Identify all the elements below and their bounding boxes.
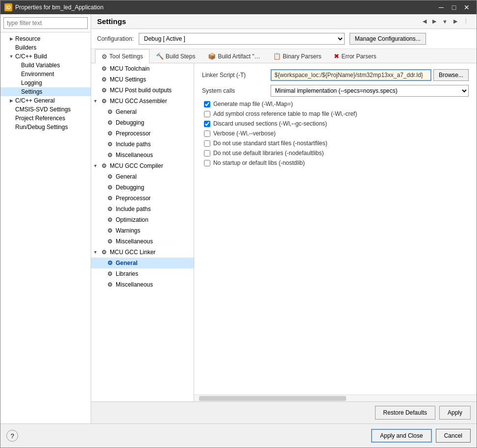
split-content: ⚙ MCU Toolchain ⚙ MCU Settings ⚙ MCU Pos… bbox=[91, 63, 477, 401]
tp-compiler-misc[interactable]: ⚙ Miscellaneous bbox=[91, 236, 194, 247]
menu-button[interactable]: ⋮ bbox=[461, 17, 471, 26]
tp-compiler-warnings[interactable]: ⚙ Warnings bbox=[91, 225, 194, 236]
sidebar-item-build-variables[interactable]: Build Variables bbox=[0, 61, 91, 70]
checkbox-no-startup-libs: No startup or default libs (-nostdlib) bbox=[202, 159, 469, 166]
sidebar-label-cpp-general: C/C++ General bbox=[15, 97, 55, 104]
tp-compiler-preprocessor[interactable]: ⚙ Preprocessor bbox=[91, 193, 194, 204]
build-artifact-icon: 📦 bbox=[208, 53, 216, 60]
tp-compiler-debugging[interactable]: ⚙ Debugging bbox=[91, 182, 194, 193]
tp-assembler-debugging[interactable]: ⚙ Debugging bbox=[91, 117, 194, 128]
tp-mcu-gcc-linker[interactable]: ▼ ⚙ MCU GCC Linker bbox=[91, 247, 194, 258]
sidebar-item-cpp-build[interactable]: ▼ C/C++ Build bbox=[0, 52, 91, 61]
browse-button[interactable]: Browse... bbox=[433, 69, 469, 81]
system-calls-label: System calls bbox=[202, 87, 271, 94]
back-button[interactable]: ◀ bbox=[421, 17, 428, 26]
tp-assembler-preprocessor[interactable]: ⚙ Preprocessor bbox=[91, 128, 194, 139]
tab-build-steps[interactable]: 🔨 Build Steps bbox=[150, 49, 202, 63]
tp-compiler-include[interactable]: ⚙ Include paths bbox=[91, 204, 194, 214]
expand-icon-builders bbox=[8, 45, 14, 51]
tp-linker-general[interactable]: ⚙ General bbox=[91, 258, 194, 268]
tp-label-mcu-gcc-compiler: MCU GCC Compiler bbox=[110, 162, 163, 169]
maximize-button[interactable]: □ bbox=[448, 2, 460, 12]
forward-button[interactable]: ▶ bbox=[430, 17, 438, 26]
tab-build-steps-label: Build Steps bbox=[166, 53, 196, 60]
tab-tool-settings[interactable]: ⚙ Tool Settings bbox=[95, 49, 150, 63]
sidebar-label-settings: Settings bbox=[21, 88, 42, 95]
tab-tool-settings-label: Tool Settings bbox=[109, 53, 143, 60]
tp-mcu-post-build[interactable]: ⚙ MCU Post build outputs bbox=[91, 85, 194, 96]
tp-icon-compiler-preprocessor: ⚙ bbox=[106, 194, 114, 202]
tab-error-parsers-label: Error Parsers bbox=[341, 53, 376, 60]
tab-error-parsers[interactable]: ✖ Error Parsers bbox=[327, 49, 382, 63]
sidebar-item-logging[interactable]: Logging bbox=[0, 79, 91, 87]
sidebar-label-cpp-build: C/C++ Build bbox=[15, 53, 47, 60]
checkbox-no-startup-libs-input[interactable] bbox=[204, 160, 210, 166]
tp-assembler-misc[interactable]: ⚙ Miscellaneous bbox=[91, 150, 194, 160]
system-calls-select[interactable]: Minimal implementation (--specs=nosys.sp… bbox=[271, 85, 469, 97]
tp-linker-libraries[interactable]: ⚙ Libraries bbox=[91, 268, 194, 279]
sidebar-item-settings[interactable]: Settings bbox=[0, 87, 91, 96]
tp-compiler-optimization[interactable]: ⚙ Optimization bbox=[91, 214, 194, 225]
nav-toolbar: ◀ ▶ ▼ ▶ ⋮ bbox=[421, 17, 471, 26]
tp-icon-compiler-include: ⚙ bbox=[106, 205, 114, 213]
tp-label-compiler-debugging: Debugging bbox=[116, 184, 144, 191]
tab-build-artifact[interactable]: 📦 Build Artifact "… bbox=[201, 49, 266, 63]
tp-mcu-settings[interactable]: ⚙ MCU Settings bbox=[91, 74, 194, 85]
tp-mcu-toolchain[interactable]: ⚙ MCU Toolchain bbox=[91, 63, 194, 74]
expand-icon-logging bbox=[14, 80, 20, 86]
apply-button[interactable]: Apply bbox=[439, 406, 471, 420]
config-select[interactable]: Debug [ Active ] bbox=[139, 33, 345, 45]
checkbox-add-symbol: Add symbol cross reference table to map … bbox=[202, 110, 469, 117]
tp-icon-linker-libraries: ⚙ bbox=[106, 270, 114, 278]
tp-mcu-gcc-compiler[interactable]: ▼ ⚙ MCU GCC Compiler bbox=[91, 160, 194, 171]
filter-input[interactable] bbox=[3, 17, 88, 29]
tp-icon-mcu-post-build: ⚙ bbox=[100, 86, 108, 94]
tp-label-linker-general: General bbox=[116, 260, 138, 266]
checkbox-generate-map-input[interactable] bbox=[204, 101, 210, 107]
sidebar-item-run-debug[interactable]: Run/Debug Settings bbox=[0, 123, 91, 132]
tp-label-linker-misc: Miscellaneous bbox=[116, 281, 153, 288]
tp-assembler-include[interactable]: ⚙ Include paths bbox=[91, 139, 194, 150]
sidebar-item-resource[interactable]: ▶ Resource bbox=[0, 34, 91, 43]
checkbox-discard-unused-input[interactable] bbox=[204, 121, 210, 127]
tp-icon-compiler-debugging: ⚙ bbox=[106, 184, 114, 191]
checkbox-no-start-files-label: Do not use standard start files (-nostar… bbox=[213, 140, 327, 147]
system-calls-row: System calls Minimal implementation (--s… bbox=[202, 85, 469, 97]
linker-script-input[interactable] bbox=[271, 69, 431, 81]
checkbox-no-startup-libs-label: No startup or default libs (-nostdlib) bbox=[213, 159, 305, 166]
right-panel: Settings ◀ ▶ ▼ ▶ ⋮ Configuration: Debug … bbox=[91, 14, 477, 423]
minimize-button[interactable]: ─ bbox=[435, 2, 447, 12]
sidebar-label-cmsis-svd: CMSIS-SVD Settings bbox=[15, 106, 71, 113]
tp-label-assembler-misc: Miscellaneous bbox=[116, 152, 153, 158]
main-window: ID Properties for bm_led_Application ─ □… bbox=[0, 0, 477, 448]
manage-configs-button[interactable]: Manage Configurations... bbox=[350, 33, 426, 45]
horizontal-scrollbar[interactable] bbox=[194, 395, 477, 401]
history-button[interactable]: ▶ bbox=[452, 17, 459, 26]
tp-mcu-gcc-assembler[interactable]: ▼ ⚙ MCU GCC Assembler bbox=[91, 96, 194, 106]
checkbox-verbose-input[interactable] bbox=[204, 131, 210, 137]
sidebar-item-cpp-general[interactable]: ▶ C/C++ General bbox=[0, 96, 91, 105]
tp-label-assembler-include: Include paths bbox=[116, 141, 151, 148]
checkbox-no-start-files-input[interactable] bbox=[204, 140, 210, 147]
dropdown-button[interactable]: ▼ bbox=[440, 18, 450, 26]
sidebar-item-project-refs[interactable]: Project References bbox=[0, 114, 91, 123]
expand-icon-build-variables bbox=[14, 62, 20, 68]
tp-label-mcu-gcc-linker: MCU GCC Linker bbox=[110, 249, 155, 256]
cancel-button[interactable]: Cancel bbox=[436, 429, 471, 443]
close-button[interactable]: ✕ bbox=[461, 2, 473, 12]
help-button[interactable]: ? bbox=[6, 430, 18, 442]
restore-defaults-button[interactable]: Restore Defaults bbox=[375, 406, 435, 420]
expand-icon-cpp-general: ▶ bbox=[8, 98, 14, 104]
tp-assembler-general[interactable]: ⚙ General bbox=[91, 106, 194, 117]
checkbox-add-symbol-input[interactable] bbox=[204, 111, 210, 117]
sidebar-item-environment[interactable]: Environment bbox=[0, 70, 91, 79]
tp-icon-assembler-misc: ⚙ bbox=[106, 151, 114, 159]
checkbox-no-default-libs-input[interactable] bbox=[204, 150, 210, 157]
apply-and-close-button[interactable]: Apply and Close bbox=[371, 429, 431, 443]
tp-label-mcu-toolchain: MCU Toolchain bbox=[110, 65, 150, 72]
tp-linker-misc[interactable]: ⚙ Miscellaneous bbox=[91, 279, 194, 290]
sidebar-item-cmsis-svd[interactable]: CMSIS-SVD Settings bbox=[0, 105, 91, 114]
sidebar-item-builders[interactable]: Builders bbox=[0, 43, 91, 52]
tp-compiler-general[interactable]: ⚙ General bbox=[91, 171, 194, 182]
tab-binary-parsers[interactable]: 📋 Binary Parsers bbox=[267, 49, 328, 63]
